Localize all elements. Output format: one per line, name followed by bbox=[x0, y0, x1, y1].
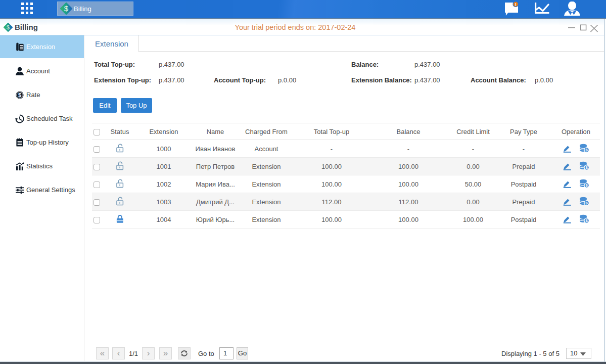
svg-text:!: ! bbox=[515, 2, 517, 7]
svg-text:$: $ bbox=[64, 4, 69, 13]
svg-text:$: $ bbox=[18, 92, 21, 98]
